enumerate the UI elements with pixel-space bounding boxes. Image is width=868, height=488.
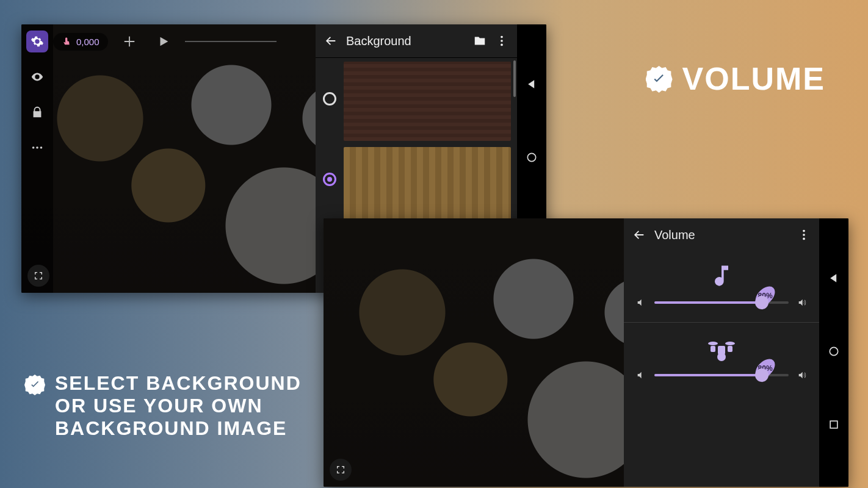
svg-rect-15: [728, 346, 732, 352]
svg-point-1: [36, 146, 38, 149]
svg-point-5: [501, 44, 503, 46]
music-slider-row: 80%: [636, 298, 807, 307]
nav-back-icon: [828, 272, 840, 284]
side-toolbar: [21, 24, 53, 293]
score-pill[interactable]: 0,000: [53, 33, 108, 51]
svg-point-2: [40, 146, 43, 149]
nav-back[interactable]: [828, 272, 840, 287]
more-icon: [31, 141, 44, 154]
visibility-button[interactable]: [26, 66, 48, 88]
nav-back[interactable]: [526, 78, 538, 93]
svg-point-8: [803, 230, 805, 232]
settings-button[interactable]: [26, 30, 48, 52]
volume-panel: Volume 80%: [624, 218, 819, 487]
music-note-icon: [708, 262, 735, 292]
folder-icon: [473, 34, 486, 48]
check-icon: [29, 379, 41, 391]
slider-fill: [654, 374, 762, 376]
nav-home[interactable]: [828, 345, 840, 360]
svg-point-6: [527, 153, 535, 161]
promo-background-text: SELECT BACKGROUND OR USE YOUR OWN BACKGR…: [55, 372, 302, 439]
back-button[interactable]: [632, 228, 646, 242]
speaker-high-icon: [797, 370, 807, 380]
svg-point-16: [717, 353, 726, 361]
nav-home[interactable]: [526, 151, 538, 166]
drum-volume-group: 80%: [636, 337, 807, 380]
nav-recent[interactable]: [828, 418, 840, 433]
drum-slider-row: 80%: [636, 370, 807, 380]
lock-icon: [31, 106, 44, 119]
verified-badge: [646, 66, 673, 93]
svg-rect-14: [711, 346, 715, 352]
music-slider[interactable]: 80%: [654, 301, 789, 304]
svg-point-10: [803, 238, 805, 240]
panel-title: Volume: [654, 228, 789, 242]
background-option-wood[interactable]: [344, 147, 511, 226]
plus-icon: [123, 35, 136, 48]
fullscreen-button[interactable]: [330, 459, 352, 481]
music-volume-group: 80%: [636, 262, 807, 307]
nav-home-icon: [526, 151, 538, 163]
panel-header: Background: [316, 24, 517, 57]
back-arrow-icon: [324, 34, 338, 48]
svg-point-11: [708, 342, 718, 345]
screenshot-volume-panel: Volume 80%: [324, 218, 848, 487]
android-navbar: [819, 218, 848, 487]
scrollbar[interactable]: [513, 60, 516, 97]
drum-kit-icon: [707, 337, 736, 364]
svg-point-12: [725, 342, 735, 345]
speaker-high-icon: [797, 298, 807, 307]
background-radio[interactable]: [323, 92, 336, 106]
play-button[interactable]: [151, 35, 176, 48]
add-button[interactable]: [117, 35, 142, 48]
check-icon: [651, 71, 667, 87]
more-button[interactable]: [26, 137, 48, 159]
score-value: 0,000: [76, 37, 99, 47]
speaker-low-icon: [636, 370, 646, 380]
promo-volume-title: VOLUME: [682, 61, 825, 98]
panel-title: Background: [346, 34, 465, 48]
fullscreen-icon: [34, 271, 43, 281]
slider-thumb[interactable]: [755, 368, 769, 382]
promo-background: SELECT BACKGROUND OR USE YOUR OWN BACKGR…: [24, 372, 302, 439]
svg-point-17: [830, 347, 837, 355]
svg-point-9: [803, 234, 805, 236]
eye-icon: [31, 70, 44, 84]
panel-header: Volume: [624, 218, 819, 251]
back-arrow-icon: [632, 228, 646, 242]
kebab-icon: [495, 34, 508, 48]
divider: [624, 322, 819, 323]
svg-point-0: [32, 146, 35, 149]
verified-badge: [24, 375, 45, 395]
fullscreen-icon: [336, 465, 345, 475]
overflow-button[interactable]: [797, 228, 811, 242]
speaker-low-icon: [636, 298, 646, 307]
volume-body: 80% 80%: [624, 251, 819, 487]
slider-thumb[interactable]: [755, 296, 769, 309]
lock-button[interactable]: [26, 101, 48, 123]
svg-point-3: [501, 36, 503, 38]
nav-back-icon: [526, 78, 538, 90]
background-option-brick[interactable]: [344, 62, 511, 141]
play-icon: [157, 35, 170, 48]
svg-point-4: [501, 40, 503, 42]
gear-icon: [31, 35, 44, 48]
promo-volume: VOLUME: [646, 61, 825, 98]
overflow-button[interactable]: [495, 34, 508, 48]
nav-recent-icon: [828, 418, 840, 431]
top-info-strip: 0,000: [53, 28, 277, 55]
touch-icon: [62, 37, 71, 46]
kebab-icon: [797, 228, 811, 242]
folder-button[interactable]: [473, 34, 486, 48]
background-radio-selected[interactable]: [323, 173, 336, 186]
nav-home-icon: [828, 345, 840, 357]
progress-track[interactable]: [185, 41, 277, 42]
back-button[interactable]: [324, 34, 338, 48]
drum-slider[interactable]: 80%: [654, 374, 789, 376]
svg-rect-18: [830, 421, 837, 428]
fullscreen-button[interactable]: [27, 265, 49, 287]
slider-fill: [654, 301, 762, 304]
